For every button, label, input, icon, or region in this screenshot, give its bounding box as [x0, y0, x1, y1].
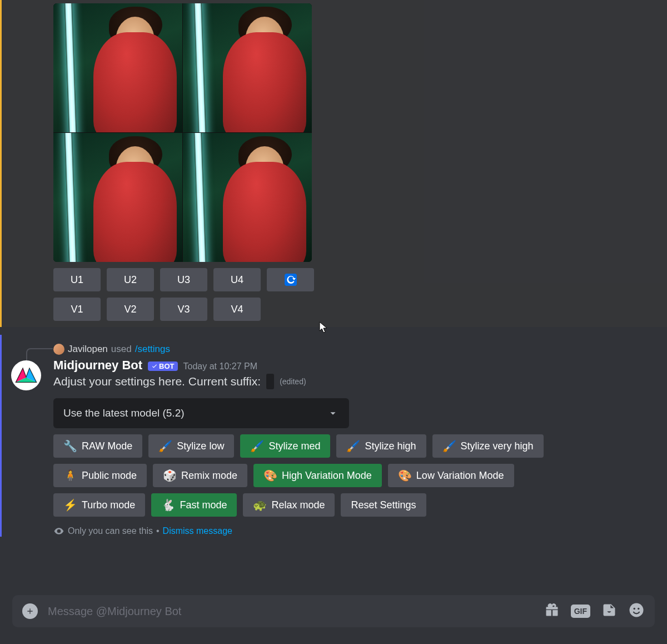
reply-header: Javilopen used /settings [53, 344, 667, 355]
v4-button[interactable]: V4 [213, 298, 261, 321]
emoji-icon: ⚡ [63, 499, 77, 511]
setting-stylize-very-high[interactable]: 🖌️Stylize very high [432, 434, 544, 458]
gift-icon[interactable] [544, 602, 560, 620]
image-cell-1 [53, 3, 182, 132]
prior-message: U1 U2 U3 U4 V1 V2 V3 V4 [0, 0, 667, 327]
u4-button[interactable]: U4 [213, 268, 261, 291]
u2-button[interactable]: U2 [107, 268, 154, 291]
chevron-down-icon [327, 407, 339, 419]
settings-message: Javilopen used /settings Midjourney Bot … [0, 335, 667, 537]
setting-fast-mode[interactable]: 🐇Fast mode [151, 493, 237, 517]
bot-name[interactable]: Midjourney Bot [53, 358, 142, 373]
emoji-icon: 🖌️ [158, 440, 172, 452]
setting-turbo-mode[interactable]: ⚡Turbo mode [53, 493, 145, 517]
refresh-icon [284, 273, 297, 286]
setting-relax-mode[interactable]: 🐢Relax mode [243, 493, 335, 517]
bot-avatar[interactable] [11, 360, 41, 390]
sticker-icon[interactable] [601, 602, 617, 620]
bot-tag: BOT [148, 361, 177, 371]
setting-raw-mode[interactable]: 🔧RAW Mode [53, 434, 142, 458]
settings-row-2: 🧍Public mode🎲Remix mode🎨High Variation M… [53, 464, 667, 487]
image-grid[interactable] [53, 3, 312, 262]
midjourney-icon [15, 364, 37, 387]
ephemeral-footer: Only you can see this • Dismiss message [53, 526, 667, 537]
svg-rect-0 [285, 274, 297, 286]
setting-label: Reset Settings [351, 499, 416, 511]
settings-row-3: ⚡Turbo mode🐇Fast mode🐢Relax modeReset Se… [53, 493, 667, 517]
emoji-icon: 🎨 [263, 470, 277, 481]
eye-icon [53, 526, 64, 537]
attach-button[interactable] [22, 603, 38, 619]
edited-label: (edited) [280, 377, 306, 386]
model-select[interactable]: Use the latest model (5.2) [53, 398, 349, 428]
gif-button[interactable]: GIF [571, 605, 590, 618]
setting-label: Stylize med [268, 440, 320, 452]
setting-public-mode[interactable]: 🧍Public mode [53, 464, 147, 487]
suffix-box [266, 374, 274, 389]
setting-stylize-med[interactable]: 🖌️Stylize med [240, 434, 330, 458]
setting-label: Stylize high [365, 440, 416, 452]
setting-label: RAW Mode [82, 440, 132, 452]
dismiss-link[interactable]: Dismiss message [163, 526, 232, 536]
emoji-icon: 🖌️ [346, 440, 360, 452]
emoji-icon: 🎨 [398, 470, 412, 481]
v3-button[interactable]: V3 [160, 298, 207, 321]
emoji-icon: 🖌️ [442, 440, 456, 452]
message-timestamp: Today at 10:27 PM [183, 361, 257, 371]
setting-remix-mode[interactable]: 🎲Remix mode [153, 464, 247, 487]
message-input-bar: GIF [12, 595, 655, 627]
setting-label: Public mode [82, 470, 137, 482]
u3-button[interactable]: U3 [160, 268, 207, 291]
setting-label: Turbo mode [82, 499, 135, 511]
image-cell-3 [53, 133, 182, 262]
reroll-button[interactable] [267, 268, 314, 291]
v1-button[interactable]: V1 [53, 298, 101, 321]
emoji-icon: 🔧 [63, 440, 77, 452]
reply-username[interactable]: Javilopen [68, 344, 108, 355]
message-input[interactable] [48, 605, 534, 618]
setting-label: Fast mode [180, 499, 227, 511]
setting-label: Relax mode [271, 499, 325, 511]
setting-low-variation-mode[interactable]: 🎨Low Variation Mode [388, 464, 514, 487]
emoji-icon: 🐇 [161, 499, 175, 511]
emoji-icon: 🖌️ [250, 440, 264, 452]
setting-label: Low Variation Mode [416, 470, 504, 482]
plus-icon [26, 607, 34, 616]
bot-message-text: Adjust your settings here. Current suffi… [53, 375, 261, 388]
image-cell-4 [183, 133, 312, 262]
svg-point-3 [638, 608, 640, 610]
svg-point-2 [634, 608, 636, 610]
v2-button[interactable]: V2 [107, 298, 154, 321]
emoji-icon: 🐢 [253, 499, 267, 511]
image-cell-2 [183, 3, 312, 132]
ephemeral-text: Only you can see this [68, 526, 153, 536]
variation-button-row: V1 V2 V3 V4 [53, 298, 667, 327]
reply-command[interactable]: /settings [135, 344, 170, 355]
svg-point-1 [630, 603, 644, 617]
setting-stylize-low[interactable]: 🖌️Stylize low [148, 434, 234, 458]
setting-label: Stylize very high [461, 440, 534, 452]
reply-avatar [53, 344, 64, 355]
setting-label: High Variation Mode [282, 470, 372, 482]
settings-row-1: 🔧RAW Mode🖌️Stylize low🖌️Stylize med🖌️Sty… [53, 434, 667, 458]
emoji-icon[interactable] [628, 602, 645, 621]
model-select-value: Use the latest model (5.2) [63, 407, 185, 419]
upscale-button-row: U1 U2 U3 U4 [53, 268, 667, 291]
emoji-icon: 🧍 [63, 470, 77, 481]
emoji-icon: 🎲 [163, 470, 177, 481]
setting-label: Stylize low [177, 440, 224, 452]
reply-verb: used [111, 344, 132, 355]
setting-stylize-high[interactable]: 🖌️Stylize high [336, 434, 426, 458]
setting-label: Remix mode [181, 470, 237, 482]
setting-high-variation-mode[interactable]: 🎨High Variation Mode [253, 464, 382, 487]
check-icon [151, 363, 158, 369]
u1-button[interactable]: U1 [53, 268, 101, 291]
setting-reset-settings[interactable]: Reset Settings [341, 493, 426, 517]
